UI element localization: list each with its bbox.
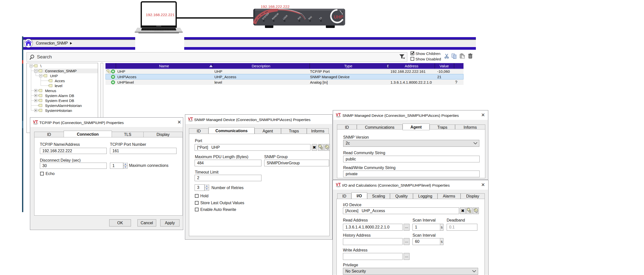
svg-text:Scada: Scada xyxy=(337,186,340,188)
svg-text:V: V xyxy=(336,113,338,117)
svg-text:Scada: Scada xyxy=(337,116,340,118)
svg-text:V: V xyxy=(336,183,338,187)
svg-text:T: T xyxy=(338,113,341,117)
svg-text:UHP: UHP xyxy=(334,14,343,20)
svg-text:Scada: Scada xyxy=(34,124,37,125)
svg-text:T: T xyxy=(338,183,341,187)
svg-text:T: T xyxy=(36,120,38,124)
svg-text:T: T xyxy=(191,117,193,121)
svg-text:Scada: Scada xyxy=(189,121,192,122)
svg-text:V: V xyxy=(188,117,191,121)
svg-text:V: V xyxy=(33,120,36,124)
